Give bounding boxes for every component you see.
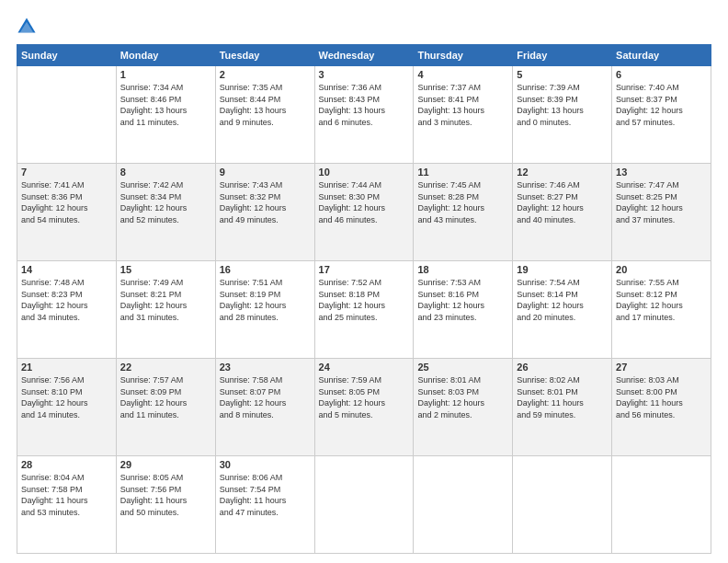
calendar-cell xyxy=(513,456,612,554)
calendar-cell: 19Sunrise: 7:54 AM Sunset: 8:14 PM Dayli… xyxy=(513,261,612,359)
day-info: Sunrise: 8:01 AM Sunset: 8:03 PM Dayligh… xyxy=(417,374,508,420)
week-row-2: 7Sunrise: 7:41 AM Sunset: 8:36 PM Daylig… xyxy=(17,164,711,261)
day-info: Sunrise: 7:35 AM Sunset: 8:44 PM Dayligh… xyxy=(220,82,311,128)
day-number: 13 xyxy=(616,167,707,178)
day-info: Sunrise: 7:42 AM Sunset: 8:34 PM Dayligh… xyxy=(120,179,211,225)
calendar-cell: 27Sunrise: 8:03 AM Sunset: 8:00 PM Dayli… xyxy=(612,359,711,456)
day-info: Sunrise: 7:58 AM Sunset: 8:07 PM Dayligh… xyxy=(220,374,311,420)
calendar-cell: 14Sunrise: 7:48 AM Sunset: 8:23 PM Dayli… xyxy=(17,261,117,359)
header xyxy=(17,17,711,37)
day-info: Sunrise: 7:57 AM Sunset: 8:09 PM Dayligh… xyxy=(120,374,211,420)
day-number: 25 xyxy=(417,362,508,373)
weekday-header-saturday: Saturday xyxy=(612,45,711,66)
day-info: Sunrise: 7:52 AM Sunset: 8:18 PM Dayligh… xyxy=(319,277,410,323)
calendar-cell: 30Sunrise: 8:06 AM Sunset: 7:54 PM Dayli… xyxy=(215,456,314,554)
day-info: Sunrise: 7:45 AM Sunset: 8:28 PM Dayligh… xyxy=(417,179,508,225)
calendar-cell: 20Sunrise: 7:55 AM Sunset: 8:12 PM Dayli… xyxy=(612,261,711,359)
calendar-cell: 22Sunrise: 7:57 AM Sunset: 8:09 PM Dayli… xyxy=(116,359,215,456)
day-info: Sunrise: 8:06 AM Sunset: 7:54 PM Dayligh… xyxy=(220,472,311,518)
day-number: 18 xyxy=(417,264,508,275)
calendar-cell: 2Sunrise: 7:35 AM Sunset: 8:44 PM Daylig… xyxy=(215,66,314,164)
day-number: 21 xyxy=(21,362,112,373)
weekday-header-friday: Friday xyxy=(513,45,612,66)
day-info: Sunrise: 8:02 AM Sunset: 8:01 PM Dayligh… xyxy=(517,374,608,420)
calendar-table: SundayMondayTuesdayWednesdayThursdayFrid… xyxy=(17,44,711,554)
day-number: 5 xyxy=(517,69,608,80)
day-number: 16 xyxy=(220,264,311,275)
day-number: 11 xyxy=(417,167,508,178)
day-info: Sunrise: 7:36 AM Sunset: 8:43 PM Dayligh… xyxy=(319,82,410,128)
day-number: 17 xyxy=(319,264,410,275)
calendar-cell xyxy=(314,456,414,554)
calendar-cell: 13Sunrise: 7:47 AM Sunset: 8:25 PM Dayli… xyxy=(612,164,711,261)
day-info: Sunrise: 7:56 AM Sunset: 8:10 PM Dayligh… xyxy=(21,374,112,420)
day-info: Sunrise: 7:39 AM Sunset: 8:39 PM Dayligh… xyxy=(517,82,608,128)
day-info: Sunrise: 7:37 AM Sunset: 8:41 PM Dayligh… xyxy=(417,82,508,128)
day-number: 8 xyxy=(120,167,211,178)
day-number: 14 xyxy=(21,264,112,275)
day-info: Sunrise: 7:44 AM Sunset: 8:30 PM Dayligh… xyxy=(319,179,410,225)
calendar-cell: 16Sunrise: 7:51 AM Sunset: 8:19 PM Dayli… xyxy=(215,261,314,359)
calendar-cell: 28Sunrise: 8:04 AM Sunset: 7:58 PM Dayli… xyxy=(17,456,117,554)
day-info: Sunrise: 7:41 AM Sunset: 8:36 PM Dayligh… xyxy=(21,179,112,225)
calendar-cell: 4Sunrise: 7:37 AM Sunset: 8:41 PM Daylig… xyxy=(414,66,513,164)
day-info: Sunrise: 7:59 AM Sunset: 8:05 PM Dayligh… xyxy=(319,374,410,420)
day-info: Sunrise: 7:40 AM Sunset: 8:37 PM Dayligh… xyxy=(616,82,707,128)
day-info: Sunrise: 7:55 AM Sunset: 8:12 PM Dayligh… xyxy=(616,277,707,323)
day-info: Sunrise: 7:51 AM Sunset: 8:19 PM Dayligh… xyxy=(220,277,311,323)
day-number: 19 xyxy=(517,264,608,275)
calendar-cell: 10Sunrise: 7:44 AM Sunset: 8:30 PM Dayli… xyxy=(314,164,414,261)
day-number: 10 xyxy=(319,167,410,178)
day-info: Sunrise: 8:03 AM Sunset: 8:00 PM Dayligh… xyxy=(616,374,707,420)
calendar-cell: 29Sunrise: 8:05 AM Sunset: 7:56 PM Dayli… xyxy=(116,456,215,554)
calendar-cell: 11Sunrise: 7:45 AM Sunset: 8:28 PM Dayli… xyxy=(414,164,513,261)
day-info: Sunrise: 7:47 AM Sunset: 8:25 PM Dayligh… xyxy=(616,179,707,225)
weekday-header-sunday: Sunday xyxy=(17,45,117,66)
day-info: Sunrise: 8:05 AM Sunset: 7:56 PM Dayligh… xyxy=(120,472,211,518)
week-row-1: 1Sunrise: 7:34 AM Sunset: 8:46 PM Daylig… xyxy=(17,66,711,164)
day-number: 3 xyxy=(319,69,410,80)
calendar-cell: 17Sunrise: 7:52 AM Sunset: 8:18 PM Dayli… xyxy=(314,261,414,359)
day-info: Sunrise: 7:54 AM Sunset: 8:14 PM Dayligh… xyxy=(517,277,608,323)
calendar-cell: 21Sunrise: 7:56 AM Sunset: 8:10 PM Dayli… xyxy=(17,359,117,456)
calendar-cell: 6Sunrise: 7:40 AM Sunset: 8:37 PM Daylig… xyxy=(612,66,711,164)
day-info: Sunrise: 7:49 AM Sunset: 8:21 PM Dayligh… xyxy=(120,277,211,323)
week-row-3: 14Sunrise: 7:48 AM Sunset: 8:23 PM Dayli… xyxy=(17,261,711,359)
day-info: Sunrise: 7:53 AM Sunset: 8:16 PM Dayligh… xyxy=(417,277,508,323)
day-number: 15 xyxy=(120,264,211,275)
day-number: 6 xyxy=(616,69,707,80)
week-row-4: 21Sunrise: 7:56 AM Sunset: 8:10 PM Dayli… xyxy=(17,359,711,456)
logo xyxy=(17,17,40,37)
weekday-header-monday: Monday xyxy=(116,45,215,66)
day-info: Sunrise: 7:34 AM Sunset: 8:46 PM Dayligh… xyxy=(120,82,211,128)
calendar-cell: 8Sunrise: 7:42 AM Sunset: 8:34 PM Daylig… xyxy=(116,164,215,261)
day-number: 28 xyxy=(21,459,112,470)
day-info: Sunrise: 8:04 AM Sunset: 7:58 PM Dayligh… xyxy=(21,472,112,518)
calendar-cell: 25Sunrise: 8:01 AM Sunset: 8:03 PM Dayli… xyxy=(414,359,513,456)
calendar-cell xyxy=(17,66,117,164)
day-number: 1 xyxy=(120,69,211,80)
calendar-cell: 24Sunrise: 7:59 AM Sunset: 8:05 PM Dayli… xyxy=(314,359,414,456)
calendar-cell: 12Sunrise: 7:46 AM Sunset: 8:27 PM Dayli… xyxy=(513,164,612,261)
day-number: 30 xyxy=(220,459,311,470)
calendar-cell: 26Sunrise: 8:02 AM Sunset: 8:01 PM Dayli… xyxy=(513,359,612,456)
day-number: 22 xyxy=(120,362,211,373)
calendar-cell: 5Sunrise: 7:39 AM Sunset: 8:39 PM Daylig… xyxy=(513,66,612,164)
calendar-cell: 3Sunrise: 7:36 AM Sunset: 8:43 PM Daylig… xyxy=(314,66,414,164)
weekday-header-row: SundayMondayTuesdayWednesdayThursdayFrid… xyxy=(17,45,711,66)
day-number: 7 xyxy=(21,167,112,178)
weekday-header-wednesday: Wednesday xyxy=(314,45,414,66)
week-row-5: 28Sunrise: 8:04 AM Sunset: 7:58 PM Dayli… xyxy=(17,456,711,554)
day-number: 24 xyxy=(319,362,410,373)
day-info: Sunrise: 7:43 AM Sunset: 8:32 PM Dayligh… xyxy=(220,179,311,225)
day-number: 12 xyxy=(517,167,608,178)
day-info: Sunrise: 7:48 AM Sunset: 8:23 PM Dayligh… xyxy=(21,277,112,323)
calendar-cell: 1Sunrise: 7:34 AM Sunset: 8:46 PM Daylig… xyxy=(116,66,215,164)
day-number: 23 xyxy=(220,362,311,373)
day-number: 20 xyxy=(616,264,707,275)
day-info: Sunrise: 7:46 AM Sunset: 8:27 PM Dayligh… xyxy=(517,179,608,225)
calendar-cell xyxy=(612,456,711,554)
day-number: 26 xyxy=(517,362,608,373)
day-number: 9 xyxy=(220,167,311,178)
calendar-page: SundayMondayTuesdayWednesdayThursdayFrid… xyxy=(0,0,728,563)
